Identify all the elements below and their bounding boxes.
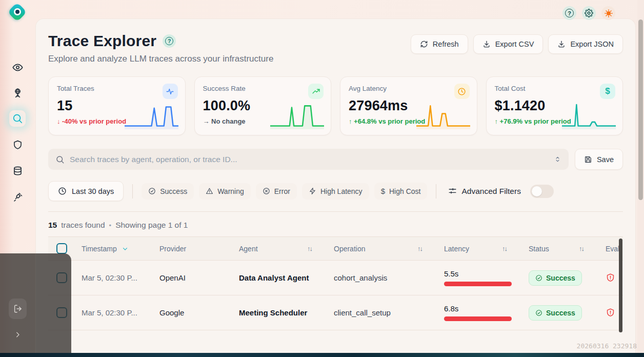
help-button[interactable]: ? (562, 6, 576, 20)
sidebar-item-trace-explorer[interactable] (9, 110, 26, 127)
desktop-background-strip (0, 353, 644, 357)
sparkline-chart (416, 104, 470, 129)
main-panel: Trace Explorer ? Explore and analyze LLM… (35, 18, 636, 357)
expand-sidebar-button[interactable] (11, 328, 24, 341)
sort-icon[interactable]: ↑↓ (417, 245, 437, 252)
filter-chip-error[interactable]: Error (256, 183, 297, 200)
divider (35, 253, 36, 353)
check-circle-icon (535, 274, 542, 282)
cell-timestamp: Mar 5, 02:30 P... (75, 308, 153, 317)
table-header-row: Timestamp Provider Agent ↑↓ Operation ↑↓… (48, 237, 623, 261)
stat-label: Avg Latency (349, 85, 469, 92)
sparkline-chart (270, 104, 324, 129)
results-found-label: traces found (61, 221, 105, 230)
cell-agent: Data Analyst Agent (232, 273, 327, 282)
results-separator: • (109, 222, 112, 229)
help-circle-icon: ? (565, 9, 574, 17)
dollar-icon: $ (600, 84, 615, 99)
sidebar-item-security[interactable] (9, 136, 26, 153)
divider (436, 184, 436, 199)
column-header-provider[interactable]: Provider (153, 245, 232, 253)
network-globe-icon (12, 88, 23, 98)
cell-operation: cohort_analysis (327, 273, 437, 282)
page-scrollbar-thumb[interactable] (638, 19, 643, 200)
clock-icon (58, 187, 67, 195)
page-subtitle: Explore and analyze LLM traces across yo… (48, 54, 273, 64)
column-header-operation[interactable]: Operation ↑↓ (327, 245, 437, 253)
results-page-label: Showing page 1 of 1 (115, 221, 188, 230)
warning-triangle-icon (206, 187, 213, 195)
sidebar-item-integrations[interactable] (9, 188, 26, 205)
title-help-button[interactable]: ? (163, 34, 176, 48)
search-bar (48, 149, 569, 170)
zap-icon (309, 187, 316, 195)
app-logo[interactable] (9, 4, 26, 21)
traces-table: Timestamp Provider Agent ↑↓ Operation ↑↓… (48, 236, 623, 336)
chevrons-up-down-icon[interactable] (554, 155, 561, 163)
save-icon (584, 155, 592, 164)
results-count: 15 (48, 221, 57, 230)
filter-chip-high-cost[interactable]: $ High Cost (374, 183, 428, 200)
x-circle-icon (263, 187, 270, 195)
logout-icon (13, 304, 23, 313)
status-badge: Success (529, 305, 582, 321)
table-row[interactable]: Mar 5, 02:30 P... Google Meeting Schedul… (48, 295, 623, 330)
check-circle-icon (535, 309, 542, 316)
shield-alert-icon[interactable] (606, 308, 615, 318)
status-badge: Success (529, 270, 582, 286)
cell-provider: OpenAI (153, 273, 232, 282)
stat-card-total-traces[interactable]: Total Traces 15 ↓ -40% vs prior period (48, 76, 186, 135)
settings-button[interactable] (582, 6, 596, 20)
stat-label: Total Cost (495, 85, 615, 92)
advanced-filters-button[interactable]: Advanced Filters (448, 187, 520, 196)
refresh-label: Refresh (433, 40, 459, 48)
chevron-right-icon (13, 330, 22, 339)
chip-label: High Cost (389, 187, 420, 195)
cell-agent: Meeting Scheduler (232, 308, 327, 317)
chip-label: Error (274, 187, 290, 195)
filter-toolbar: Last 30 days Success Warning Error High … (48, 181, 623, 212)
column-header-status[interactable]: Status ↑↓ (522, 245, 599, 253)
time-range-filter[interactable]: Last 30 days (48, 181, 124, 201)
column-header-agent[interactable]: Agent ↑↓ (232, 245, 327, 253)
advanced-filters-toggle[interactable] (530, 185, 554, 198)
sidebar-item-observe[interactable] (9, 59, 26, 75)
download-icon (557, 40, 566, 48)
table-scrollbar-thumb[interactable] (619, 239, 622, 332)
page-scrollbar[interactable] (637, 0, 644, 353)
sidebar-item-datasets[interactable] (9, 163, 26, 179)
theme-toggle-button[interactable] (601, 6, 615, 20)
table-row[interactable]: Mar 5, 02:30 P... OpenAI Data Analyst Ag… (48, 261, 623, 295)
shield-alert-icon[interactable] (606, 273, 615, 283)
stat-card-total-cost[interactable]: Total Cost $ $1.1420 ↑ +76.9% vs prior p… (486, 76, 623, 135)
save-search-button[interactable]: Save (575, 149, 623, 170)
column-header-latency[interactable]: Latency ↑↓ (437, 245, 522, 253)
sparkline-chart (562, 104, 616, 129)
filter-chip-warning[interactable]: Warning (199, 183, 251, 200)
logout-button[interactable] (9, 299, 27, 319)
cell-timestamp: Mar 5, 02:30 P... (75, 273, 153, 282)
sort-icon[interactable]: ↑↓ (579, 245, 599, 252)
stat-card-success-rate[interactable]: Success Rate 100.0% → No change (194, 76, 332, 135)
cell-operation: client_call_setup (327, 308, 437, 317)
sort-icon[interactable]: ↑↓ (502, 245, 522, 252)
select-all-checkbox[interactable] (56, 243, 67, 254)
divider (132, 184, 133, 199)
sidebar-item-network[interactable] (9, 85, 26, 101)
chip-label: Warning (217, 187, 244, 195)
activity-icon (166, 87, 174, 96)
sort-icon[interactable]: ↑↓ (307, 245, 327, 252)
export-csv-button[interactable]: Export CSV (473, 34, 544, 54)
chip-label: High Latency (320, 187, 363, 195)
cell-latency: 6.8s (437, 304, 522, 321)
stat-cards: Total Traces 15 ↓ -40% vs prior period S… (48, 76, 623, 135)
stat-card-avg-latency[interactable]: Avg Latency 27964ms ↑ +64.8% vs prior pe… (340, 76, 477, 135)
export-json-button[interactable]: Export JSON (548, 34, 623, 54)
search-input[interactable] (70, 155, 549, 164)
filter-chip-high-latency[interactable]: High Latency (302, 183, 369, 200)
filter-chip-success[interactable]: Success (142, 183, 194, 200)
advanced-filters-label: Advanced Filters (461, 187, 520, 196)
refresh-button[interactable]: Refresh (411, 34, 468, 54)
refresh-icon (420, 40, 428, 48)
column-header-timestamp[interactable]: Timestamp (75, 245, 153, 253)
